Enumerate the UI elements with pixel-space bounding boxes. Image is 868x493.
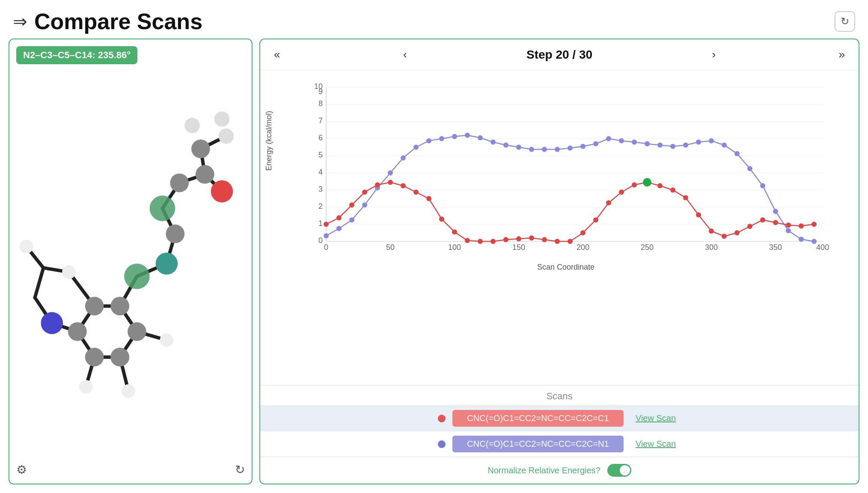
svg-point-108 [683, 143, 688, 148]
svg-point-142 [619, 190, 624, 195]
svg-line-17 [35, 268, 44, 298]
svg-point-152 [747, 224, 752, 229]
svg-text:7: 7 [318, 116, 323, 125]
svg-point-105 [645, 141, 650, 146]
svg-point-119 [324, 222, 329, 227]
svg-point-154 [773, 220, 778, 225]
svg-point-95 [516, 145, 521, 150]
svg-point-133 [503, 237, 508, 242]
next-step-button[interactable]: › [708, 46, 719, 63]
svg-point-35 [41, 312, 63, 334]
svg-point-39 [191, 140, 210, 158]
prev-step-button[interactable]: ‹ [400, 46, 410, 63]
page-title: Compare Scans [34, 9, 202, 34]
svg-point-145 [657, 183, 663, 188]
svg-point-47 [62, 265, 76, 279]
svg-point-114 [760, 183, 765, 188]
svg-point-45 [122, 384, 135, 398]
svg-point-93 [490, 140, 496, 145]
svg-point-147 [683, 195, 688, 200]
scan-dot-blue [438, 440, 446, 448]
molecule-label: N2–C3–C5–C14: 235.86° [16, 46, 137, 64]
svg-point-130 [465, 238, 470, 243]
svg-point-29 [68, 322, 87, 341]
svg-point-106 [657, 143, 663, 148]
svg-point-103 [619, 138, 624, 143]
svg-point-127 [426, 196, 431, 201]
normalize-toggle[interactable] [607, 464, 631, 477]
refresh-icon-bottom[interactable]: ↻ [235, 463, 245, 477]
svg-point-132 [490, 239, 496, 244]
svg-text:300: 300 [705, 243, 718, 252]
svg-point-151 [734, 230, 740, 235]
svg-point-31 [124, 264, 150, 289]
svg-point-86 [401, 155, 406, 160]
svg-point-100 [580, 144, 586, 149]
svg-point-107 [670, 144, 675, 149]
svg-point-116 [786, 228, 791, 233]
svg-point-122 [362, 190, 367, 195]
svg-text:8: 8 [318, 99, 323, 108]
page-header: ⇒ Compare Scans ↻ [0, 0, 868, 39]
svg-point-90 [452, 134, 457, 139]
step-label: Step 20 / 30 [526, 48, 592, 62]
settings-icon[interactable]: ⚙ [16, 463, 27, 477]
svg-point-94 [503, 143, 508, 148]
svg-point-111 [722, 143, 727, 148]
svg-point-101 [593, 141, 598, 146]
view-scan-button-1[interactable]: View Scan [630, 412, 681, 425]
svg-point-98 [555, 147, 560, 152]
svg-point-149 [709, 229, 714, 234]
view-scan-button-2[interactable]: View Scan [630, 437, 681, 451]
svg-point-155 [786, 223, 791, 228]
y-axis-label: Energy (kcal/mol) [265, 111, 273, 171]
svg-point-112 [734, 151, 740, 156]
svg-point-44 [79, 380, 93, 394]
svg-point-156 [799, 223, 804, 229]
main-content: N2–C3–C5–C14: 235.86° [0, 39, 868, 484]
scans-title: Scans [260, 386, 859, 405]
svg-text:100: 100 [448, 243, 461, 252]
svg-text:4: 4 [318, 168, 323, 176]
svg-point-141 [606, 200, 611, 205]
x-axis-label: Scan Coordinate [286, 263, 846, 275]
svg-point-123 [375, 182, 380, 187]
svg-point-124 [388, 180, 393, 185]
first-step-button[interactable]: « [271, 46, 283, 63]
scan-row-2: CNC(=O)C1=CC2=NC=CC=C2C=N1 View Scan [260, 431, 859, 457]
svg-text:3: 3 [318, 185, 323, 193]
scan-formula-1: CNC(=O)C1=CC2=NC=CC=C2C=C1 [452, 410, 624, 427]
refresh-button-top[interactable]: ↻ [835, 11, 855, 32]
svg-point-134 [516, 236, 521, 241]
svg-point-104 [632, 140, 637, 145]
svg-text:0: 0 [318, 236, 323, 245]
svg-point-120 [336, 215, 342, 220]
chart-panel: « ‹ Step 20 / 30 › » Energy (kcal/mol) 0… [259, 39, 859, 484]
svg-point-33 [110, 348, 129, 367]
svg-point-85 [388, 170, 393, 175]
svg-point-87 [413, 145, 419, 150]
last-step-button[interactable]: » [835, 46, 848, 63]
svg-text:400: 400 [816, 243, 829, 252]
svg-point-153 [760, 217, 765, 223]
svg-point-125 [401, 183, 406, 188]
svg-point-40 [219, 128, 234, 144]
svg-point-129 [452, 229, 457, 235]
svg-point-46 [160, 333, 174, 347]
svg-point-126 [413, 190, 419, 195]
svg-text:2: 2 [318, 202, 323, 211]
svg-point-96 [529, 147, 534, 152]
chart-header: « ‹ Step 20 / 30 › » [260, 39, 859, 70]
back-icon[interactable]: ⇒ [13, 12, 27, 31]
svg-text:200: 200 [577, 243, 589, 252]
svg-point-42 [184, 118, 200, 133]
svg-text:250: 250 [641, 243, 654, 252]
svg-point-82 [349, 217, 354, 223]
svg-point-135 [529, 235, 534, 241]
svg-point-136 [542, 237, 547, 242]
svg-point-115 [773, 209, 778, 214]
svg-point-146 [670, 187, 675, 193]
svg-point-110 [709, 138, 714, 143]
svg-point-113 [747, 166, 752, 171]
svg-text:5: 5 [318, 151, 323, 159]
